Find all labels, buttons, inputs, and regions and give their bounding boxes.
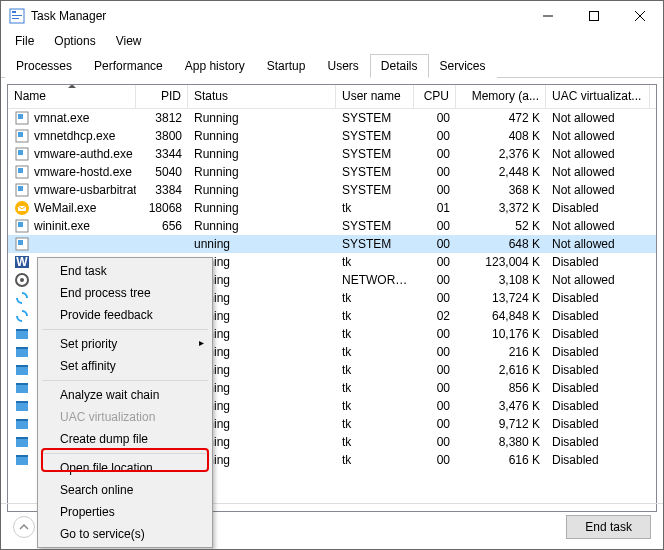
cell-user: SYSTEM	[336, 236, 414, 252]
ctx-create-dump-file[interactable]: Create dump file	[40, 428, 210, 450]
grid-header[interactable]: Name PID Status User name CPU Memory (a.…	[8, 85, 656, 109]
ctx-set-priority[interactable]: Set priority	[40, 333, 210, 355]
col-mem[interactable]: Memory (a...	[456, 85, 546, 108]
tab-users[interactable]: Users	[316, 54, 369, 78]
cell-user: tk	[336, 416, 414, 432]
cell-mem: 216 K	[456, 344, 546, 360]
ctx-provide-feedback[interactable]: Provide feedback	[40, 304, 210, 326]
cell-cpu: 00	[414, 272, 456, 288]
svg-rect-1	[12, 11, 16, 13]
col-name[interactable]: Name	[8, 85, 136, 108]
tab-startup[interactable]: Startup	[256, 54, 317, 78]
menu-file[interactable]: File	[5, 32, 44, 50]
ctx-separator	[42, 329, 208, 330]
cell-uac: Disabled	[546, 326, 650, 342]
cell-uac: Disabled	[546, 362, 650, 378]
process-name-label: WeMail.exe	[34, 201, 96, 215]
cell-mem: 472 K	[456, 110, 546, 126]
close-button[interactable]	[617, 1, 663, 31]
minimize-button[interactable]	[525, 1, 571, 31]
window-app-icon	[14, 362, 30, 378]
fewer-details-button[interactable]	[13, 516, 35, 538]
ctx-properties[interactable]: Properties	[40, 501, 210, 523]
window-app-icon	[14, 326, 30, 342]
menu-view[interactable]: View	[106, 32, 152, 50]
tab-services[interactable]: Services	[429, 54, 497, 78]
cell-mem: 13,724 K	[456, 290, 546, 306]
cell-user: tk	[336, 434, 414, 450]
svg-rect-15	[18, 168, 23, 173]
menu-options[interactable]: Options	[44, 32, 105, 50]
end-task-button[interactable]: End task	[566, 515, 651, 539]
cell-name	[8, 235, 136, 253]
process-name-label: vmware-hostd.exe	[34, 165, 132, 179]
svg-rect-36	[16, 401, 28, 403]
svg-rect-2	[12, 15, 22, 16]
cell-user: tk	[336, 452, 414, 468]
ctx-search-online[interactable]: Search online	[40, 479, 210, 501]
table-row[interactable]: vmware-hostd.exe5040RunningSYSTEM002,448…	[8, 163, 656, 181]
cell-mem: 123,004 K	[456, 254, 546, 270]
cell-uac: Disabled	[546, 452, 650, 468]
cell-name: vmnetdhcp.exe	[8, 127, 136, 145]
cell-mem: 3,372 K	[456, 200, 546, 216]
tab-processes[interactable]: Processes	[5, 54, 83, 78]
tab-performance[interactable]: Performance	[83, 54, 174, 78]
table-row[interactable]: unningSYSTEM00648 KNot allowed	[8, 235, 656, 253]
svg-rect-17	[18, 186, 23, 191]
table-row[interactable]: vmnetdhcp.exe3800RunningSYSTEM00408 KNot…	[8, 127, 656, 145]
cell-mem: 2,616 K	[456, 362, 546, 378]
window-app-icon	[14, 416, 30, 432]
cell-name: wininit.exe	[8, 217, 136, 235]
tab-app-history[interactable]: App history	[174, 54, 256, 78]
cell-pid: 18068	[136, 200, 188, 216]
svg-rect-30	[16, 347, 28, 349]
svg-rect-11	[18, 132, 23, 137]
cell-user: SYSTEM	[336, 110, 414, 126]
ctx-end-task[interactable]: End task	[40, 260, 210, 282]
ctx-go-to-services[interactable]: Go to service(s)	[40, 523, 210, 545]
generic-executable-icon	[14, 182, 30, 198]
table-row[interactable]: vmnat.exe3812RunningSYSTEM00472 KNot all…	[8, 109, 656, 127]
cell-status: Running	[188, 200, 336, 216]
cell-uac: Disabled	[546, 434, 650, 450]
col-user[interactable]: User name	[336, 85, 414, 108]
ctx-analyze-wait-chain[interactable]: Analyze wait chain	[40, 384, 210, 406]
winword-icon: W	[14, 254, 30, 270]
service-icon	[14, 272, 30, 288]
generic-executable-icon	[14, 218, 30, 234]
tab-details[interactable]: Details	[370, 54, 429, 78]
cell-user: tk	[336, 254, 414, 270]
ctx-end-process-tree[interactable]: End process tree	[40, 282, 210, 304]
table-row[interactable]: vmware-authd.exe3344RunningSYSTEM002,376…	[8, 145, 656, 163]
col-pid[interactable]: PID	[136, 85, 188, 108]
col-cpu[interactable]: CPU	[414, 85, 456, 108]
svg-rect-32	[16, 365, 28, 367]
cell-user: tk	[336, 362, 414, 378]
ctx-open-file-location[interactable]: Open file location	[40, 457, 210, 479]
cell-name: vmware-authd.exe	[8, 145, 136, 163]
cell-uac: Not allowed	[546, 218, 650, 234]
col-uac[interactable]: UAC virtualizat...	[546, 85, 650, 108]
svg-text:W: W	[16, 255, 28, 269]
svg-rect-3	[12, 18, 19, 19]
window-app-icon	[14, 452, 30, 468]
cell-status: Running	[188, 182, 336, 198]
col-status[interactable]: Status	[188, 85, 336, 108]
cell-user: tk	[336, 344, 414, 360]
table-row[interactable]: wininit.exe656RunningSYSTEM0052 KNot all…	[8, 217, 656, 235]
process-name-label: wininit.exe	[34, 219, 90, 233]
generic-executable-icon	[14, 146, 30, 162]
table-row[interactable]: vmware-usbarbitrat...3384RunningSYSTEM00…	[8, 181, 656, 199]
maximize-button[interactable]	[571, 1, 617, 31]
cell-mem: 3,108 K	[456, 272, 546, 288]
ctx-set-affinity[interactable]: Set affinity	[40, 355, 210, 377]
cell-cpu: 00	[414, 452, 456, 468]
cell-cpu: 00	[414, 434, 456, 450]
window-app-icon	[14, 380, 30, 396]
cell-cpu: 00	[414, 164, 456, 180]
cell-name: vmware-usbarbitrat...	[8, 181, 136, 199]
table-row[interactable]: WeMail.exe18068Runningtk013,372 KDisable…	[8, 199, 656, 217]
process-name-label: vmware-authd.exe	[34, 147, 133, 161]
cell-user: SYSTEM	[336, 182, 414, 198]
